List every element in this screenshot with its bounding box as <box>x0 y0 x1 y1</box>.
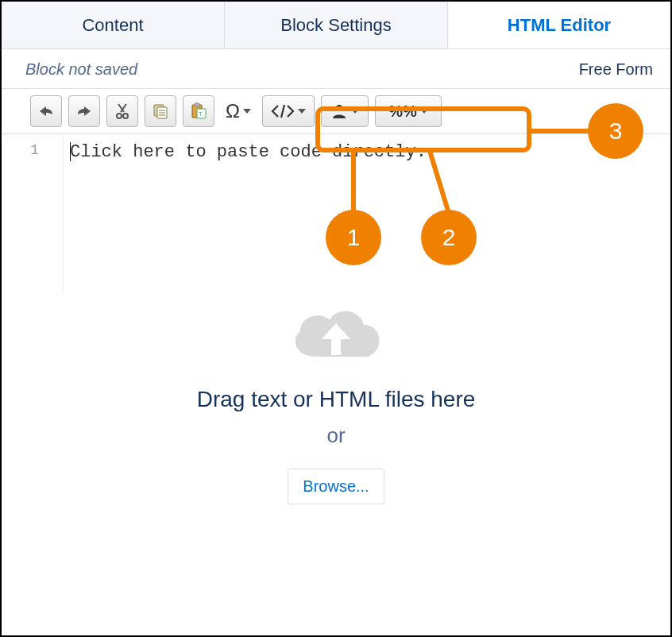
person-icon <box>330 102 348 120</box>
svg-text:T: T <box>199 110 203 118</box>
chevron-down-icon <box>298 109 306 114</box>
dropzone[interactable]: Drag text or HTML files here or Browse..… <box>2 293 670 504</box>
code-area[interactable]: Click here to paste code directly. <box>64 134 670 293</box>
percent-icon: %% <box>388 102 417 121</box>
undo-button[interactable] <box>30 95 62 127</box>
tab-block-settings[interactable]: Block Settings <box>225 2 448 48</box>
tab-html-editor[interactable]: HTML Editor <box>448 2 670 48</box>
code-icon <box>271 103 295 119</box>
status-mode: Free Form <box>579 60 653 79</box>
svg-point-0 <box>117 114 122 118</box>
undo-icon <box>37 104 55 118</box>
svg-point-1 <box>123 114 128 118</box>
chevron-down-icon <box>351 109 359 114</box>
dropzone-or: or <box>2 423 670 448</box>
redo-button[interactable] <box>68 95 100 127</box>
tab-content[interactable]: Content <box>2 2 225 48</box>
redo-icon <box>75 104 93 118</box>
code-button[interactable] <box>262 95 315 127</box>
status-bar: Block not saved Free Form <box>2 49 670 88</box>
tabs: Content Block Settings HTML Editor <box>2 2 670 49</box>
paste-icon: T <box>190 102 207 120</box>
copy-icon <box>152 102 169 120</box>
upload-cloud-icon <box>2 293 670 373</box>
copy-button[interactable] <box>145 95 176 127</box>
svg-point-12 <box>336 105 342 111</box>
variable-button[interactable]: %% <box>375 95 442 127</box>
svg-rect-8 <box>195 103 199 106</box>
chevron-down-icon <box>243 109 251 114</box>
gutter: 1 <box>2 134 64 293</box>
status-not-saved: Block not saved <box>25 60 137 79</box>
code-editor[interactable]: 1 Click here to paste code directly. <box>2 134 670 293</box>
code-placeholder: Click here to paste code directly. <box>70 142 427 162</box>
line-number: 1 <box>30 142 39 158</box>
paste-button[interactable]: T <box>183 95 214 127</box>
personalization-button[interactable] <box>321 95 369 127</box>
dropzone-message: Drag text or HTML files here <box>2 387 670 412</box>
chevron-down-icon <box>420 109 428 114</box>
scissors-icon <box>114 102 130 120</box>
omega-icon: Ω <box>226 100 240 122</box>
cut-button[interactable] <box>106 95 138 127</box>
special-char-button[interactable]: Ω <box>221 95 256 127</box>
svg-line-11 <box>281 105 284 118</box>
browse-button[interactable]: Browse... <box>288 469 384 504</box>
toolbar: T Ω %% <box>2 88 670 134</box>
